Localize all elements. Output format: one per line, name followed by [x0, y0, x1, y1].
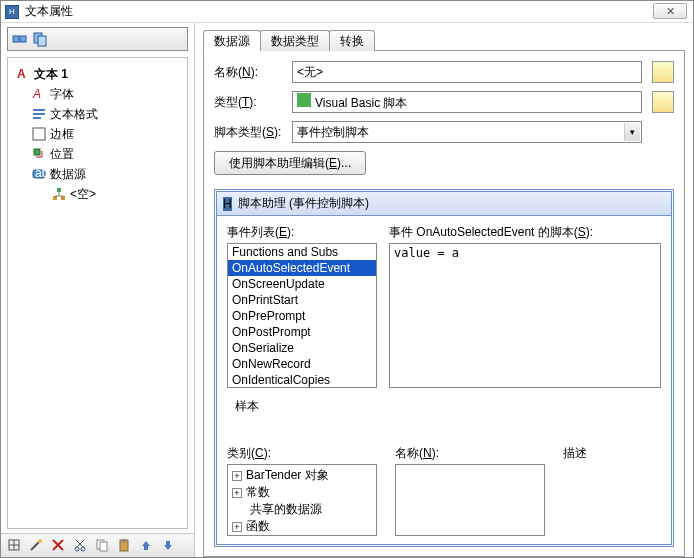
tab-datatype[interactable]: 数据类型 [260, 30, 330, 51]
svg-point-25 [75, 547, 79, 551]
bottom-toolbar [1, 533, 194, 557]
category-item[interactable]: +常数 [232, 484, 372, 501]
category-label: 共享的数据源 [250, 501, 322, 518]
type-change-button[interactable] [652, 91, 674, 113]
tab-datasource[interactable]: 数据源 [203, 30, 261, 51]
expand-icon[interactable]: + [232, 522, 242, 532]
delete-icon[interactable] [51, 538, 67, 554]
category-label: 常数 [246, 484, 270, 501]
cut-icon[interactable] [73, 538, 89, 554]
svg-rect-3 [38, 36, 46, 46]
tree-label: <空> [70, 186, 96, 203]
toolbar-icon-link[interactable] [12, 31, 28, 47]
script-editor[interactable]: value = a [389, 243, 661, 388]
tab-transform[interactable]: 转换 [329, 30, 375, 51]
tree-label: 边框 [50, 126, 74, 143]
toolbar-icon-copy[interactable] [32, 31, 48, 47]
titlebar: H 文本属性 ✕ [1, 1, 693, 23]
vb-icon [297, 93, 311, 107]
event-item[interactable]: Functions and Subs [228, 244, 376, 260]
text-icon: A [16, 67, 30, 81]
svg-rect-30 [100, 542, 107, 551]
tree-item-textformat[interactable]: 文本格式 [12, 104, 183, 124]
left-toolbar [7, 27, 188, 51]
tree-item-datasource-empty[interactable]: <空> [12, 184, 183, 204]
format-icon [32, 107, 46, 121]
tree-item-position[interactable]: 位置 [12, 144, 183, 164]
bottom-name-label: 名称(N): [395, 445, 545, 462]
event-item[interactable]: OnAutoSelectedEvent [228, 260, 376, 276]
window: H 文本属性 ✕ A 文本 1 A 字体 文本格式 [0, 0, 694, 558]
category-label: 类别(C): [227, 445, 377, 462]
edit-with-helper-button[interactable]: 使用脚本助理编辑(E)... [214, 151, 366, 175]
body: A 文本 1 A 字体 文本格式 边框 位置 [1, 23, 693, 557]
event-item[interactable]: OnIdenticalCopies [228, 372, 376, 388]
tool-icon-1[interactable] [7, 538, 23, 554]
name-input[interactable] [292, 61, 642, 83]
expand-icon[interactable]: + [232, 488, 242, 498]
tree-label: 位置 [50, 146, 74, 163]
dropdown-icon: ▾ [624, 123, 640, 141]
svg-rect-15 [61, 196, 65, 200]
svg-point-26 [81, 547, 85, 551]
tree-label: 文本格式 [50, 106, 98, 123]
tree-item-font[interactable]: A 字体 [12, 84, 183, 104]
position-icon [32, 147, 46, 161]
right-pane: 数据源 数据类型 转换 名称(N): 类型(T): Visual Basi [195, 23, 693, 557]
tree-item-border[interactable]: 边框 [12, 124, 183, 144]
helper-title-text: 脚本助理 (事件控制脚本) [238, 195, 369, 212]
helper-icon: H [223, 197, 232, 211]
svg-rect-0 [13, 36, 19, 42]
event-item[interactable]: OnPrintStart [228, 292, 376, 308]
up-icon[interactable] [139, 538, 155, 554]
svg-rect-33 [144, 546, 148, 550]
svg-rect-32 [122, 539, 126, 542]
name-browse-button[interactable] [652, 61, 674, 83]
events-listbox[interactable]: Functions and SubsOnAutoSelectedEventOnS… [227, 243, 377, 388]
nav-tree[interactable]: A 文本 1 A 字体 文本格式 边框 位置 [7, 57, 188, 529]
event-item[interactable]: OnSerialize [228, 340, 376, 356]
tree-item-datasource[interactable]: ab 数据源 [12, 164, 183, 184]
border-icon [32, 127, 46, 141]
category-label: BarTender 对象 [246, 467, 329, 484]
copy-icon[interactable] [95, 538, 111, 554]
font-icon: A [32, 87, 46, 101]
row-scripttype: 脚本类型(S): 事件控制脚本 ▾ [214, 121, 674, 143]
category-label: 函数 [246, 518, 270, 535]
scripttype-select[interactable]: 事件控制脚本 ▾ [292, 121, 642, 143]
expand-icon[interactable]: + [232, 471, 242, 481]
svg-point-22 [38, 539, 42, 543]
tree-root[interactable]: A 文本 1 [12, 64, 183, 84]
svg-text:ab: ab [35, 167, 46, 180]
svg-rect-6 [33, 109, 45, 111]
type-display: Visual Basic 脚本 [292, 91, 642, 113]
events-label: 事件列表(E): [227, 224, 377, 241]
event-item[interactable]: OnPrePrompt [228, 308, 376, 324]
paste-icon[interactable] [117, 538, 133, 554]
event-item[interactable]: OnNewRecord [228, 356, 376, 372]
svg-text:A: A [32, 87, 41, 101]
category-item[interactable]: +BarTender 对象 [232, 467, 372, 484]
wand-icon[interactable] [29, 538, 45, 554]
svg-rect-7 [33, 113, 45, 115]
bottom-name-list[interactable] [395, 464, 545, 536]
node-icon [52, 187, 66, 201]
event-item[interactable]: OnPostPrompt [228, 324, 376, 340]
script-label: 事件 OnAutoSelectedEvent 的脚本(S): [389, 224, 661, 241]
label-type: 类型(T): [214, 94, 292, 111]
down-icon[interactable] [161, 538, 177, 554]
left-pane: A 文本 1 A 字体 文本格式 边框 位置 [1, 23, 195, 557]
tree-label: 字体 [50, 86, 74, 103]
svg-rect-13 [57, 188, 61, 192]
event-item[interactable]: OnScreenUpdate [228, 276, 376, 292]
svg-rect-10 [34, 149, 40, 155]
tree-label: 数据源 [50, 166, 86, 183]
category-tree[interactable]: +BarTender 对象+常数共享的数据源+函数 [227, 464, 377, 536]
category-item[interactable]: 共享的数据源 [232, 501, 372, 518]
tabstrip: 数据源 数据类型 转换 [203, 29, 685, 51]
close-button[interactable]: ✕ [653, 3, 687, 19]
label-scripttype: 脚本类型(S): [214, 124, 292, 141]
category-item[interactable]: +函数 [232, 518, 372, 535]
row-name: 名称(N): [214, 61, 674, 83]
script-helper-panel: H 脚本助理 (事件控制脚本) 事件列表(E): Functions and S… [214, 189, 674, 547]
